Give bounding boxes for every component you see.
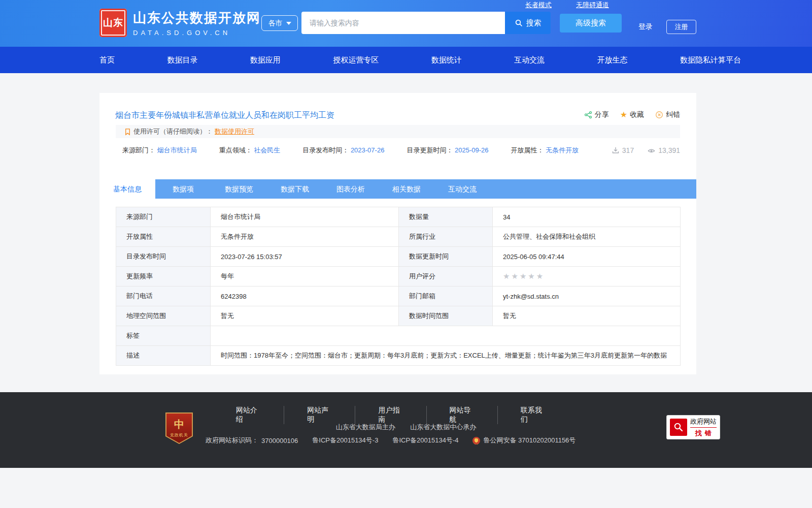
party-government-badge[interactable]: 中 党政机关 (165, 412, 193, 444)
table-row: 目录发布时间 2023-07-26 15:03:57 数据更新时间 2025-0… (116, 247, 681, 267)
find-error-title: 政府网站 (690, 417, 717, 426)
basic-info-table: 来源部门 烟台市统计局 数据量 34 开放属性 无条件开放 所属行业 公共管理、… (116, 207, 681, 366)
police-record-number[interactable]: 鲁公网安备 37010202001156号 (483, 436, 576, 445)
footer-link-about[interactable]: 网站介绍 (213, 406, 284, 424)
row-value: 暂无 (211, 306, 399, 326)
report-error-button[interactable]: 纠错 (655, 110, 680, 119)
footer-link-guide[interactable]: 用户指南 (355, 406, 426, 424)
tab-data-items[interactable]: 数据项 (155, 179, 211, 199)
footer-link-statement[interactable]: 网站声明 (284, 406, 355, 424)
tags-value (211, 326, 681, 346)
nav-privacy-computing[interactable]: 数据隐私计算平台 (680, 47, 741, 73)
magnifier-icon (673, 422, 684, 433)
table-row: 部门电话 6242398 部门邮箱 yt-zhk@sd.stats.cn (116, 287, 681, 306)
report-label: 纠错 (666, 110, 680, 119)
find-error-logo (670, 419, 687, 436)
row-value: 每年 (211, 267, 399, 287)
search-button[interactable]: 搜索 (505, 12, 551, 34)
city-selector-dropdown[interactable]: 各市 (261, 15, 298, 31)
meta-open-value[interactable]: 无条件开放 (546, 146, 579, 154)
row-label: 数据量 (399, 207, 493, 227)
table-row-tags: 标签 (116, 326, 681, 346)
favorite-label: 收藏 (630, 110, 644, 119)
row-label: 地理空间范围 (116, 306, 211, 326)
find-error-divider (690, 427, 717, 428)
row-label: 开放属性 (116, 227, 211, 247)
error-correction-icon (655, 111, 663, 119)
license-bar: 使用许可（请仔细阅读）： 数据使用许可 (116, 125, 680, 138)
tab-related-data[interactable]: 相关数据 (379, 179, 434, 199)
row-label: 标签 (116, 326, 211, 346)
row-value: 烟台市统计局 (211, 207, 399, 227)
meta-field-label: 重点领域： (219, 146, 252, 154)
table-row-description: 描述 时间范围：1978年至今；空间范围：烟台市；更新周期：每年3月底前；更新方… (116, 346, 681, 366)
dataset-actions: 分享 ★ 收藏 纠错 (584, 110, 680, 119)
meta-source-label: 来源部门： (122, 146, 155, 154)
city-selector-label: 各市 (268, 19, 283, 28)
favorite-button[interactable]: ★ 收藏 (620, 110, 644, 119)
share-button[interactable]: 分享 (584, 110, 609, 119)
main-nav: 首页 数据目录 数据应用 授权运营专区 数据统计 互动交流 开放生态 数据隐私计… (0, 47, 812, 73)
icp-number-1[interactable]: 鲁ICP备20015134号-3 (312, 436, 378, 445)
footer-host-sponsor: 山东省大数据局主办 (336, 423, 395, 431)
tab-chart-analysis[interactable]: 图表分析 (323, 179, 379, 199)
footer-link-contact[interactable]: 联系我们 (498, 406, 568, 424)
nav-interaction[interactable]: 互动交流 (514, 47, 545, 73)
meta-field-value[interactable]: 社会民生 (254, 146, 280, 154)
meta-open-label: 开放属性： (511, 146, 544, 154)
dataset-meta-row: 来源部门： 烟台市统计局 重点领域： 社会民生 目录发布时间： 2023-07-… (122, 146, 680, 155)
find-error-label: 找错 (695, 429, 715, 438)
accessibility-link[interactable]: 无障碍通道 (576, 1, 609, 10)
site-logo-seal: 山东 (99, 9, 127, 37)
footer-host-operator: 山东省大数据中心承办 (410, 423, 476, 431)
download-count-icon (612, 146, 620, 154)
nav-home[interactable]: 首页 (99, 47, 115, 73)
footer-link-sitemap[interactable]: 网站导航 (427, 406, 498, 424)
rating-stars-icon[interactable]: ★★★★★ (503, 272, 545, 280)
footer-links: 网站介绍 网站声明 用户指南 网站导航 联系我们 (213, 406, 568, 424)
meta-published-label: 目录发布时间： (302, 146, 349, 154)
row-label: 来源部门 (116, 207, 211, 227)
license-text: 使用许可（请仔细阅读）： (133, 127, 213, 136)
register-button[interactable]: 注册 (666, 20, 696, 34)
elder-mode-link[interactable]: 长者模式 (525, 1, 552, 10)
dataset-stats: 317 13,391 (612, 146, 680, 154)
nav-data-apps[interactable]: 数据应用 (250, 47, 281, 73)
site-brand[interactable]: 山东 山东公共数据开放网 DATA.SD.GOV.CN (99, 9, 261, 37)
row-value: yt-zhk@sd.stats.cn (493, 287, 681, 306)
row-label: 部门电话 (116, 287, 211, 306)
dataset-tabs: 基本信息 数据项 数据预览 数据下载 图表分析 相关数据 互动交流 (99, 179, 696, 199)
nav-data-stats[interactable]: 数据统计 (431, 47, 462, 73)
tab-interaction[interactable]: 互动交流 (434, 179, 490, 199)
nav-authorized-zone[interactable]: 授权运营专区 (333, 47, 379, 73)
row-label: 部门邮箱 (399, 287, 493, 306)
icp-number-2[interactable]: 鲁ICP备20015134号-4 (392, 436, 458, 445)
table-row: 来源部门 烟台市统计局 数据量 34 (116, 207, 681, 227)
meta-source-value[interactable]: 烟台市统计局 (157, 146, 197, 154)
tab-data-preview[interactable]: 数据预览 (211, 179, 267, 199)
table-row: 开放属性 无条件开放 所属行业 公共管理、社会保障和社会组织 (116, 227, 681, 247)
tab-basic-info[interactable]: 基本信息 (99, 179, 155, 199)
tab-data-download[interactable]: 数据下载 (267, 179, 323, 199)
utility-links: 长者模式 无障碍通道 (525, 1, 609, 10)
table-row: 地理空间范围 暂无 数据时间范围 暂无 (116, 306, 681, 326)
share-label: 分享 (595, 110, 609, 119)
search-button-label: 搜索 (526, 18, 542, 28)
nav-data-catalog[interactable]: 数据目录 (167, 47, 197, 73)
police-badge-icon (472, 437, 480, 444)
user-rating: ★★★★★ (493, 267, 681, 287)
row-label: 数据时间范围 (399, 306, 493, 326)
license-link[interactable]: 数据使用许可 (215, 127, 254, 136)
search-input[interactable] (301, 12, 505, 34)
page: 长者模式 无障碍通道 山东 山东公共数据开放网 DATA.SD.GOV.CN 各… (0, 0, 812, 508)
login-link[interactable]: 登录 (638, 22, 653, 31)
search-bar: 搜索 (301, 12, 551, 34)
meta-published-value: 2023-07-26 (351, 146, 385, 154)
license-bookmark-icon (124, 128, 131, 136)
favorite-star-icon: ★ (620, 111, 627, 119)
chevron-down-icon (286, 22, 291, 25)
advanced-search-button[interactable]: 高级搜索 (560, 14, 622, 33)
views-eye-icon (647, 146, 656, 154)
gov-site-error-report-badge[interactable]: 政府网站 找错 (666, 415, 720, 439)
nav-open-ecosystem[interactable]: 开放生态 (597, 47, 628, 73)
